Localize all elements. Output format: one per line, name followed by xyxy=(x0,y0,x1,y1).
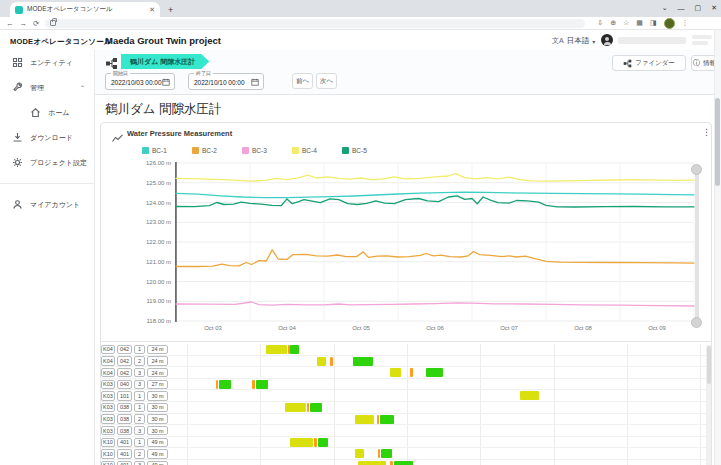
tab-close-icon[interactable]: ✕ xyxy=(149,6,155,13)
x-tick-label: Oct 08 xyxy=(574,325,592,331)
gantt-bar-o[interactable] xyxy=(307,403,309,412)
gantt-bar-y[interactable] xyxy=(266,345,287,354)
sidebar-item-home[interactable]: ホーム xyxy=(0,100,94,125)
user-avatar[interactable] xyxy=(601,34,613,46)
sidebar-item-settings[interactable]: プロジェクト設定 xyxy=(0,150,94,175)
gantt-row-cell: 1 xyxy=(134,438,145,447)
legend-item-bc-5[interactable]: BC-5 xyxy=(342,145,392,155)
side-panel-icon[interactable]: ◨ xyxy=(650,19,657,27)
gantt-bar-o[interactable] xyxy=(314,438,317,447)
legend-item-bc-1[interactable]: BC-1 xyxy=(142,145,192,155)
bookmark-star-icon[interactable]: ☆ xyxy=(623,19,629,27)
browser-menu-kebab-icon[interactable]: ⋮ xyxy=(682,19,689,27)
breadcrumb-tag[interactable]: 鶴川ダム 間隙水圧計 xyxy=(121,54,209,69)
download-icon[interactable]: ⇩ xyxy=(597,19,603,27)
gantt-bar-y[interactable] xyxy=(285,403,306,412)
calendar-icon[interactable] xyxy=(251,78,259,86)
gantt-bar-y[interactable] xyxy=(355,449,364,458)
card-menu-kebab-icon[interactable]: ⋮ xyxy=(702,127,711,137)
chart-zoom-slider-track[interactable] xyxy=(695,170,699,322)
gantt-bar-g[interactable] xyxy=(318,438,328,447)
gantt-bar-g[interactable] xyxy=(381,449,392,458)
new-tab-button[interactable]: + xyxy=(168,5,173,15)
gantt-bar-y[interactable] xyxy=(317,357,327,366)
gantt-row: K04042224 m xyxy=(100,356,708,368)
gantt-bar-o[interactable] xyxy=(330,357,333,366)
y-tick-label: 122.00 m xyxy=(146,239,171,245)
legend-item-bc-4[interactable]: BC-4 xyxy=(292,145,342,155)
tab-search-icon[interactable]: ⌄ xyxy=(662,4,668,12)
entities-icon xyxy=(12,57,23,68)
gantt-bar-y[interactable] xyxy=(358,461,387,465)
forward-icon[interactable]: → xyxy=(20,19,28,28)
gantt-row-cell: K04 xyxy=(101,345,115,354)
series-line-bc-4[interactable] xyxy=(176,174,694,182)
sidebar-item-label: エンティティ xyxy=(30,58,73,68)
sidebar-item-account[interactable]: マイアカウント xyxy=(0,192,94,217)
sidebar-item-entities[interactable]: エンティティ xyxy=(0,50,94,75)
gantt-bar-g[interactable] xyxy=(380,415,394,424)
gantt-bar-o[interactable] xyxy=(390,461,393,465)
window-close-button[interactable]: ✕ xyxy=(711,4,717,12)
chart-title: Water Pressure Measurement xyxy=(127,129,232,138)
chevron-up-icon[interactable]: ⌃ xyxy=(80,84,85,91)
window-maximize-button[interactable]: ▢ xyxy=(695,4,702,12)
series-line-bc-1[interactable] xyxy=(176,192,694,197)
gantt-bar-o[interactable] xyxy=(252,380,255,389)
browser-profile-avatar[interactable] xyxy=(664,18,675,29)
sidebar-item-download[interactable]: ダウンロード xyxy=(0,125,94,150)
site-favicon-icon xyxy=(15,6,23,14)
offer-icon[interactable]: ⊕ xyxy=(610,19,616,27)
end-date-field[interactable]: 終了日 2022/10/10 00:00 xyxy=(188,73,264,90)
gantt-bar-g[interactable] xyxy=(256,380,269,389)
browser-tab[interactable]: MODEオペレータコンソール ✕ xyxy=(10,2,160,17)
gantt-bar-g[interactable] xyxy=(310,403,322,412)
next-button[interactable]: 次へ xyxy=(316,73,337,89)
page-scrollbar-track[interactable] xyxy=(714,30,721,465)
back-icon[interactable]: ← xyxy=(6,19,14,28)
pressure-chart[interactable]: 126.00 m125.00 m124.00 m123.00 m122.00 m… xyxy=(105,158,705,336)
finder-button[interactable]: ファインダー xyxy=(612,55,686,71)
gantt-bar-g[interactable] xyxy=(219,380,231,389)
window-minimize-button[interactable]: — xyxy=(678,5,685,12)
chart-zoom-slider-handle-bottom[interactable] xyxy=(691,317,702,328)
extensions-icon[interactable]: ▦ xyxy=(636,19,643,27)
gantt-bar-g[interactable] xyxy=(353,357,374,366)
sidebar-item-label: 管理 xyxy=(30,83,44,93)
language-selector[interactable]: 文A 日本語 ▾ xyxy=(552,36,595,46)
legend-item-bc-2[interactable]: BC-2 xyxy=(192,145,242,155)
prev-button[interactable]: 前へ xyxy=(292,73,313,89)
settings-icon xyxy=(12,157,23,168)
chart-zoom-slider-handle-top[interactable] xyxy=(691,164,702,175)
gantt-bar-g[interactable] xyxy=(290,345,299,354)
gantt-row: K03101130 m xyxy=(100,390,708,402)
gantt-bar-o[interactable] xyxy=(378,449,380,458)
sidebar-item-manage[interactable]: 管理⌃ xyxy=(0,75,94,100)
gantt-row-cell: 24 m xyxy=(147,356,168,365)
series-line-bc-3[interactable] xyxy=(176,302,694,306)
gantt-bar-y[interactable] xyxy=(390,368,401,377)
gantt-bar-g[interactable] xyxy=(426,368,443,377)
series-line-bc-2[interactable] xyxy=(176,250,694,267)
start-date-field[interactable]: 開始日 2022/10/03 00:00 xyxy=(105,73,175,90)
legend-item-bc-3[interactable]: BC-3 xyxy=(242,145,292,155)
gantt-row-cell: 038 xyxy=(117,426,132,435)
calendar-icon[interactable] xyxy=(162,78,170,86)
legend-swatch xyxy=(192,147,199,154)
sidebar-divider xyxy=(0,183,94,184)
gantt-row-cell: 038 xyxy=(117,414,132,423)
gantt-bar-o[interactable] xyxy=(216,380,218,389)
gantt-bar-y[interactable] xyxy=(290,438,313,447)
sidebar-item-label: マイアカウント xyxy=(30,200,80,210)
gantt-bar-y[interactable] xyxy=(355,415,374,424)
gantt-bar-o[interactable] xyxy=(377,415,379,424)
gantt-bar-g[interactable] xyxy=(394,461,412,465)
page-scrollbar-thumb[interactable] xyxy=(715,98,720,186)
url-input[interactable] xyxy=(45,19,585,28)
gantt-bar-y[interactable] xyxy=(520,391,539,400)
gantt-scrollbar-thumb[interactable] xyxy=(707,346,711,384)
window-controls: ⌄ — ▢ ✕ xyxy=(662,1,717,15)
reload-icon[interactable]: ⟳ xyxy=(33,19,39,28)
gantt-bar-o[interactable] xyxy=(410,368,413,377)
lock-icon[interactable] xyxy=(50,20,56,26)
